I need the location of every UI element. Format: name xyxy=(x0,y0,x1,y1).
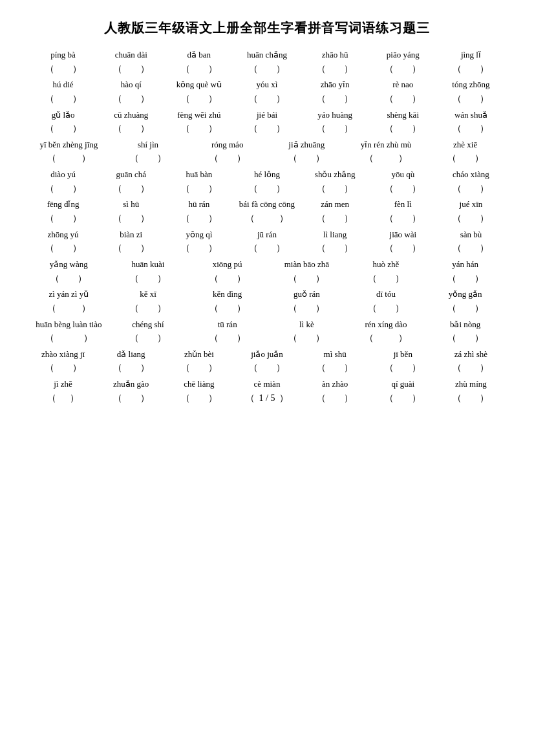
cell-pinyin: jiǎ zhuāng xyxy=(267,138,347,151)
cell-pinyin: kǒng què wǔ xyxy=(165,78,233,91)
row-pair-4: yī běn zhèng jīng shí jìn róng máo jiǎ z… xyxy=(26,138,508,166)
answer-row-12: （ ） （ ） （ ） （ 1 / 5 ） （ ） （ ） （ ） xyxy=(26,391,508,406)
cell-answer: （ ） xyxy=(437,91,505,107)
cell-pinyin: jū rán xyxy=(233,228,301,241)
row-pair-10: huān bèng luàn tiào chéng shí tū rán lì … xyxy=(26,318,508,346)
answer-row-11: （ ） （ ） （ ） （ ） （ ） （ ） （ ） xyxy=(26,360,508,376)
cell-pinyin: zhù míng xyxy=(437,378,505,391)
cell-pinyin: yǎng wàng xyxy=(29,258,109,271)
answer-row-7: （ ） （ ） （ ） （ ） （ ） （ ） （ ） xyxy=(26,241,508,256)
row-pair-9: zì yán zì yǔ kě xī kěn dìng guǒ rán dī t… xyxy=(26,288,508,316)
cell-answer: （ ） xyxy=(301,181,369,197)
answer-row-9: （ ） （ ） （ ） （ ） （ ） （ ） xyxy=(26,301,508,316)
pinyin-row-2: hú dié hào qí kǒng què wǔ yóu xì zhāo yǐ… xyxy=(26,78,508,91)
answer-row-1: （ ） （ ） （ ） （ ） （ ） （ ） （ ） xyxy=(26,61,508,77)
cell-pinyin: zhōng yú xyxy=(29,228,97,241)
answer-row-4: （ ） （ ） （ ） （ ） （ ） （ ） xyxy=(26,151,508,166)
cell-answer: （ ） xyxy=(187,151,267,166)
cell-answer: （ ） xyxy=(165,391,233,406)
cell-pinyin: zì yán zì yǔ xyxy=(29,288,109,301)
cell-pinyin: jiāo wài xyxy=(369,228,437,241)
cell-pinyin: sì hū xyxy=(97,198,165,211)
cell-pinyin: tū rán xyxy=(187,318,267,331)
cell-answer: （ ） xyxy=(29,181,97,197)
cell-pinyin: huò zhě xyxy=(347,258,426,271)
cell-pinyin: jī běn xyxy=(369,348,437,361)
cell-answer: （ ） xyxy=(29,391,97,406)
cell-pinyin: qí guài xyxy=(369,378,437,391)
cell-pinyin: yǒng qì xyxy=(165,228,233,241)
cell-pinyin: zá zhì shè xyxy=(437,348,505,361)
cell-pinyin: jìng lǐ xyxy=(437,49,505,61)
cell-answer: （ ） xyxy=(425,271,505,286)
cell-answer: （ ） xyxy=(29,121,97,136)
cell-answer: （ ） xyxy=(301,61,369,77)
cell-pinyin: bái fà cōng cōng xyxy=(233,198,301,211)
cell-answer: （ ） xyxy=(425,301,505,316)
cell-answer: （ ） xyxy=(301,391,369,406)
cell-answer: （ 1 / 5 ） xyxy=(233,391,301,406)
pinyin-row-1: píng bà chuān dài dǎ ban huān chǎng zhāo… xyxy=(26,49,508,61)
pinyin-row-11: zhào xiàng jī dǎ liang zhǔn bèi jiǎo juǎ… xyxy=(26,348,508,361)
pinyin-row-4: yī běn zhèng jīng shí jìn róng máo jiǎ z… xyxy=(26,138,508,151)
cell-answer: （ ） xyxy=(301,91,369,107)
cell-pinyin: kěn dìng xyxy=(187,288,267,301)
cell-pinyin: zhǔn bèi xyxy=(165,348,233,361)
cell-pinyin: tóng zhōng xyxy=(437,78,505,91)
cell-pinyin: xiōng pú xyxy=(187,258,267,271)
cell-pinyin: fèn lì xyxy=(369,198,437,211)
cell-pinyin: zhāo yǐn xyxy=(301,78,369,91)
cell-answer: （ ） xyxy=(29,330,109,346)
cell-pinyin: sàn bù xyxy=(437,228,505,241)
cell-pinyin: lì kè xyxy=(267,318,347,331)
page-title: 人教版三年级语文上册全部生字看拼音写词语练习题三 xyxy=(26,19,508,37)
cell-answer: （ ） xyxy=(369,61,437,77)
cell-pinyin: róng máo xyxy=(187,138,267,151)
cell-answer: （ ） xyxy=(437,121,505,136)
cell-pinyin: hé lǒng xyxy=(233,168,301,181)
cell-answer: （ ） xyxy=(437,61,505,77)
answer-row-3: （ ） （ ） （ ） （ ） （ ） （ ） （ ） xyxy=(26,121,508,136)
cell-pinyin: wán shuǎ xyxy=(437,109,505,122)
cell-pinyin: huān bèng luàn tiào xyxy=(29,318,109,331)
cell-answer: （ ） xyxy=(97,61,165,77)
cell-pinyin: jié bái xyxy=(233,109,301,122)
cell-pinyin: yán hán xyxy=(425,258,505,271)
cell-answer: （ ） xyxy=(165,211,233,226)
cell-answer: （ ） xyxy=(165,360,233,376)
cell-answer: （ ） xyxy=(425,151,505,166)
cell-answer: （ ） xyxy=(347,271,426,286)
cell-answer: （ ） xyxy=(233,181,301,197)
cell-pinyin: dǎ ban xyxy=(165,49,233,61)
cell-pinyin: hú dié xyxy=(29,78,97,91)
cell-pinyin: cháo xiàng xyxy=(437,168,505,181)
cell-pinyin: yǐn rén zhù mù xyxy=(347,138,426,151)
cell-answer: （ ） xyxy=(29,360,97,376)
cell-pinyin: guān chá xyxy=(97,168,165,181)
cell-pinyin: jì zhě xyxy=(29,378,97,391)
cell-pinyin: biàn zi xyxy=(97,228,165,241)
cell-pinyin: diào yú xyxy=(29,168,97,181)
cell-answer: （ ） xyxy=(165,121,233,136)
cell-pinyin: yōu qù xyxy=(369,168,437,181)
cell-pinyin: piāo yáng xyxy=(369,49,437,61)
cell-answer: （ ） xyxy=(97,91,165,107)
cell-pinyin: bǎi nòng xyxy=(425,318,505,331)
cell-answer: （ ） xyxy=(437,391,505,406)
cell-pinyin: zhuǎn gào xyxy=(97,378,165,391)
pinyin-row-3: gǔ lǎo cū zhuàng fèng wěi zhú jié bái yá… xyxy=(26,109,508,122)
cell-answer: （ ） xyxy=(109,151,188,166)
cell-pinyin: huān kuài xyxy=(109,258,188,271)
cell-pinyin: mì shū xyxy=(301,348,369,361)
cell-pinyin: shǒu zhǎng xyxy=(301,168,369,181)
pinyin-row-7: zhōng yú biàn zi yǒng qì jū rán lì liang… xyxy=(26,228,508,241)
cell-pinyin: shí jìn xyxy=(109,138,188,151)
cell-pinyin: guǒ rán xyxy=(267,288,347,301)
cell-answer: （ ） xyxy=(437,181,505,197)
cell-answer: （ ） xyxy=(233,91,301,107)
cell-pinyin: dī tóu xyxy=(347,288,426,301)
row-pair-12: jì zhě zhuǎn gào chē liàng cè miàn àn zh… xyxy=(26,378,508,405)
cell-pinyin: cè miàn xyxy=(233,378,301,391)
row-pair-1: píng bà chuān dài dǎ ban huān chǎng zhāo… xyxy=(26,49,508,76)
cell-pinyin: dǎ liang xyxy=(97,348,165,361)
